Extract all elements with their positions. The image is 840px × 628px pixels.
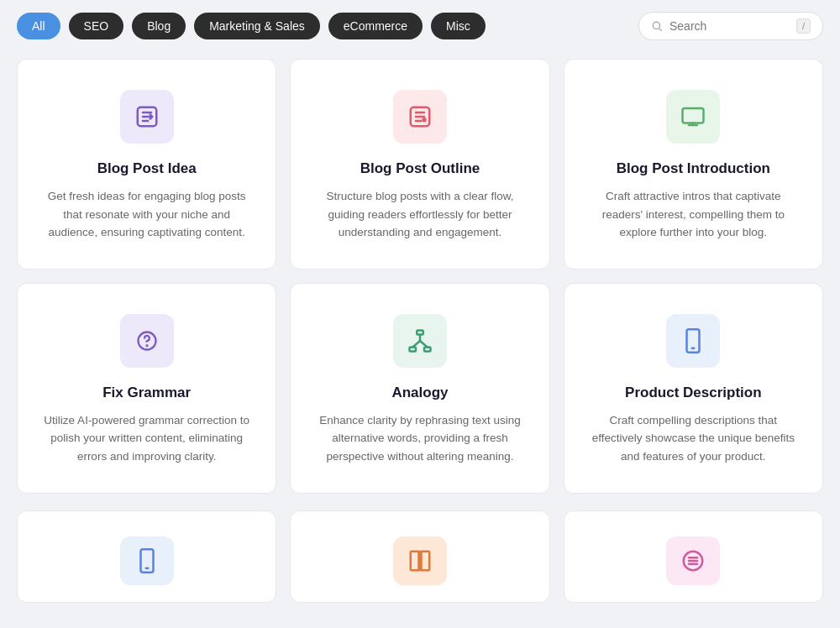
top-bar: AllSEOBlogMarketing & SaleseCommerceMisc… [0,0,840,52]
card-title: Analogy [391,385,448,401]
partial-card[interactable] [290,510,549,603]
partial-cards-row [0,510,840,620]
card-desc: Get fresh ideas for engaging blog posts … [41,187,252,242]
card-desc: Utilize AI-powered grammar correction to… [41,411,252,466]
card-icon [666,90,720,144]
partial-card-icon [393,536,447,585]
svg-rect-7 [422,118,426,122]
card-icon [393,314,447,368]
svg-line-18 [420,341,428,348]
card-desc: Structure blog posts with a clear flow, … [314,187,525,242]
card-title: Product Description [625,385,761,401]
card-blog-post-introduction[interactable]: Blog Post Introduction Craft attractive … [564,59,823,270]
card-desc: Craft compelling descriptions that effec… [588,411,799,466]
cards-grid: Blog Post Idea Get fresh ideas for engag… [0,52,840,510]
svg-rect-23 [411,551,419,570]
filter-btn-blog[interactable]: Blog [132,13,186,39]
search-box[interactable]: / [638,12,823,40]
svg-rect-8 [683,108,704,123]
filter-buttons: AllSEOBlogMarketing & SaleseCommerceMisc [17,13,486,39]
card-title: Blog Post Idea [97,160,197,177]
svg-point-0 [653,22,659,29]
keyboard-hint: / [796,18,811,34]
card-desc: Craft attractive intros that captivate r… [588,187,799,242]
card-title: Blog Post Introduction [617,160,770,177]
card-blog-post-outline[interactable]: Blog Post Outline Structure blog posts w… [290,59,549,270]
card-fix-grammar[interactable]: Fix Grammar Utilize AI-powered grammar c… [17,283,276,494]
filter-btn-all[interactable]: All [17,13,60,39]
partial-card[interactable] [17,510,276,603]
search-input[interactable] [669,19,790,33]
card-icon [666,314,720,368]
svg-line-1 [659,29,662,31]
card-title: Fix Grammar [102,385,191,401]
partial-card-icon [666,536,720,585]
card-icon [393,90,447,144]
svg-line-17 [412,341,420,348]
card-icon [120,90,174,144]
filter-btn-seo[interactable]: SEO [69,13,124,39]
filter-btn-ecommerce[interactable]: eCommerce [328,13,423,39]
search-icon [651,20,663,32]
card-product-description[interactable]: Product Description Craft compelling des… [564,283,823,494]
card-desc: Enhance clarity by rephrasing text using… [314,411,525,466]
card-analogy[interactable]: Analogy Enhance clarity by rephrasing te… [290,283,549,494]
card-icon [120,314,174,368]
card-blog-post-idea[interactable]: Blog Post Idea Get fresh ideas for engag… [17,59,276,270]
svg-rect-24 [421,551,429,570]
filter-btn-marketing-&-sales[interactable]: Marketing & Sales [194,13,320,39]
filter-btn-misc[interactable]: Misc [431,13,486,39]
svg-point-12 [146,345,147,346]
card-title: Blog Post Outline [360,160,480,177]
partial-card[interactable] [564,510,823,603]
partial-card-icon [120,536,174,585]
